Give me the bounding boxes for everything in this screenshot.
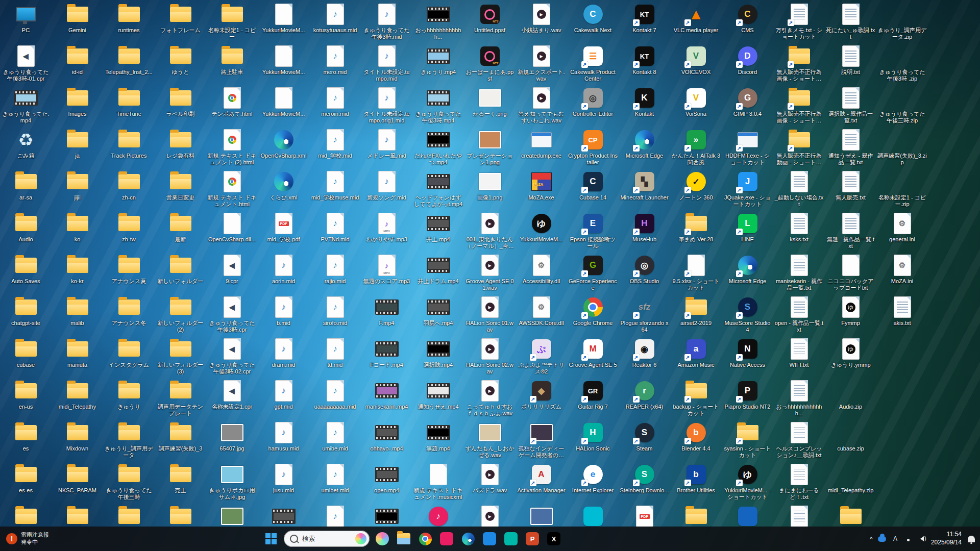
desktop-icon[interactable]: C↗CMS [722,1,773,43]
desktop-icon[interactable]: 井上ドラム.mp4 [412,252,464,294]
desktop-icon[interactable]: ja [52,127,103,168]
ime-indicator[interactable]: A [891,535,899,543]
desktop-icon[interactable]: en-us [0,378,52,419]
desktop-icon[interactable]: レジ袋有料 [155,127,206,168]
desktop-icon[interactable]: 画像1.png [464,168,516,210]
desktop-icon[interactable]: H↗MuseHub [619,210,670,252]
desktop-icon[interactable]: 65407.jpg [206,419,258,461]
desktop-icon[interactable]: 名称未設定1 - コピー.zip [876,168,928,210]
desktop-icon[interactable]: ↗Microsoft Edge [619,127,670,168]
desktop-icon[interactable]: おっhhhhhhhhhhhh... [773,378,825,419]
desktop-icon[interactable]: V↗VOICEVOX [670,43,722,85]
desktop-icon[interactable]: K↗Kontakt [619,85,670,127]
desktop-icon[interactable]: ◎↗Controller Editor [567,85,619,127]
desktop-icon[interactable]: N↗Native Access [722,336,773,378]
desktop-icon[interactable]: zh-cn [103,168,155,210]
desktop-icon[interactable]: CCakewalk Next [567,1,619,43]
desktop-icon[interactable]: Audio.zip [825,378,876,419]
desktop-icon[interactable]: b↗Blender 4.4 [670,419,722,461]
desktop-icon[interactable]: ↗無人販売不正行為画像 - ショートカッ... [773,43,825,85]
desktop-icon[interactable]: ♪rajio.mid [309,252,361,294]
desktop-icon[interactable]: きゅうり食ってた午後三時.zip [876,85,928,127]
desktop-icon[interactable]: S↗Steinberg Downlo... [619,461,670,503]
desktop-icon[interactable]: ▶こってゅｈｄすおｆｄｓｂふぁ.wav [464,378,516,419]
desktop-icon[interactable]: おっhhhhhhhhhhhh... [412,1,464,43]
desktop-icon[interactable]: Fコード.mp4 [361,336,412,378]
volume-icon[interactable] [918,535,926,543]
desktop-icon[interactable]: midi_Telepathy.zip [825,461,876,503]
desktop-icon[interactable]: e↗Internet Explorer [567,461,619,503]
desktop-icon[interactable]: YukkuriMovieM... [258,1,309,43]
desktop-icon[interactable]: ▲↗VLC media player [670,1,722,43]
desktop-icon[interactable]: ♪mid_学校muse.mid [309,168,361,210]
desktop-icon[interactable]: ko [52,210,103,252]
desktop-icon[interactable]: 路上駐車 [206,43,258,85]
desktop-icon[interactable]: ♪meroin.mid [309,85,361,127]
desktop-icon[interactable]: 営業日変更 [155,168,206,210]
desktop-icon[interactable]: cubase.zip [825,419,876,461]
desktop-icon[interactable]: ♪kotusytuaaus.mid [309,1,361,43]
desktop-icon[interactable]: ↗万引きメモ.txt - ショートカット [773,1,825,43]
desktop-icon[interactable]: ↗無人販売不正行為動画 - ショートカット [773,127,825,168]
onedrive-icon[interactable] [878,535,886,543]
powerpoint-icon[interactable]: P [523,529,542,548]
desktop-icon[interactable]: ▶小銭詰まり.wav [516,1,567,43]
desktop-icon[interactable]: アナウンス夏 [103,252,155,294]
chrome-icon[interactable] [415,529,435,548]
desktop-icon[interactable]: akis.txt [876,294,928,336]
desktop-icon[interactable]: ゆFymmp [825,294,876,336]
desktop-icon[interactable]: きゅうりボカロ用サムネ.jpg [206,461,258,503]
desktop-icon[interactable]: ゆ↗YukkuriMovieM... - ショートカット [722,461,773,503]
desktop-icon[interactable]: ▶HALion Sonic 02.wav [464,336,516,378]
desktop-icon[interactable]: ↗9.5.xlsx - ショートカット [670,252,722,294]
desktop-icon[interactable]: ♪uaaaaaaaaa.mid [309,378,361,419]
desktop-icon[interactable]: ◀きゅうり食ってた午後3時-01.cpr [0,43,52,85]
desktop-icon[interactable]: ♻ごみ箱 [0,127,52,168]
desktop-icon[interactable]: ゆYukkuriMovieM... [516,210,567,252]
file-explorer-icon[interactable] [394,529,413,548]
desktop-icon[interactable]: open - 親作品一覧.txt [773,294,825,336]
desktop-icon[interactable]: きゅうり食ってた午後3時 .zip [876,43,928,85]
desktop-icon[interactable]: ♪PVTNd.mid [309,210,361,252]
desktop-icon[interactable]: ◀9.cpr [206,252,258,294]
desktop-icon[interactable]: きゅうり食ってた午後三時 [103,461,155,503]
desktop-icon[interactable]: ゆきゅうり.ymmp [825,336,876,378]
desktop-icon[interactable]: id-id [52,43,103,85]
desktop-icon[interactable]: sfz↗Plogue sforzando x64 [619,294,670,336]
desktop-icon[interactable]: ko-kr [52,252,103,294]
desktop-icon[interactable]: ↗HDDFMT.exe - ショートカット [722,127,773,168]
desktop-icon[interactable]: 最新 [155,210,206,252]
desktop-icon[interactable]: 説明.txt [825,43,876,85]
desktop-icon[interactable]: »↗かんたん！AITalk 3 関西風 [670,127,722,168]
desktop-icon[interactable]: ♪gpt.mid [258,378,309,419]
desktop-icon[interactable]: 選択肢.mp4 [412,336,464,378]
desktop-icon[interactable]: ヘッドフォンはずしててよがっt.mp4 [412,168,464,210]
desktop-icon[interactable]: Mixdown [52,419,103,461]
desktop-icon[interactable]: ↗airset2-2019 [670,294,722,336]
desktop-icon[interactable]: ♪jusu.mid [258,461,309,503]
desktop-icon[interactable]: くらび.xml [258,168,309,210]
desktop-icon[interactable]: TimeTune [103,85,155,127]
desktop-icon[interactable]: _起動しない場合.txt [773,168,825,210]
copilot-icon[interactable] [373,529,392,548]
desktop-icon[interactable]: manisekarin.mp4 [361,378,412,419]
desktop-icon[interactable]: 選択肢 - 親作品一覧.txt [825,85,876,127]
desktop-icon[interactable]: ↗無人販売不正行為画像 - ショートカット [773,85,825,127]
desktop-icon[interactable]: Auto Saves [0,252,52,294]
desktop-icon[interactable]: WIFI.txt [773,336,825,378]
desktop-icon[interactable]: ◎↗OBS Studio [619,252,670,294]
desktop-icon[interactable]: ♪aorin.mid [258,252,309,294]
desktop-icon[interactable]: ↗backup - ショートカット [670,378,722,419]
desktop-icon[interactable]: テンポあて.html [206,85,258,127]
desktop-icon[interactable]: P↗Piapro Studio NT2 [722,378,773,419]
desktop-icon[interactable]: きゅうり.mp4 [412,43,464,85]
desktop-icon[interactable]: 新規 テキスト ドキュメント (2).html [206,127,258,168]
desktop-icon[interactable]: L↗LINE [722,210,773,252]
desktop-icon[interactable]: J↗JQuake.exe - ショートカット [722,168,773,210]
desktop-icon[interactable]: ⚙general.ini [876,210,928,252]
desktop-icon[interactable]: アナウンス冬 [103,294,155,336]
desktop-icon[interactable]: おーばーまにあ.ppsf [464,43,516,85]
desktop-icon[interactable]: きゅうり食ってた.mp4 [0,85,52,127]
desktop-icon[interactable]: H↗HALion Sonic [567,419,619,461]
desktop-icon[interactable]: es [0,419,52,461]
